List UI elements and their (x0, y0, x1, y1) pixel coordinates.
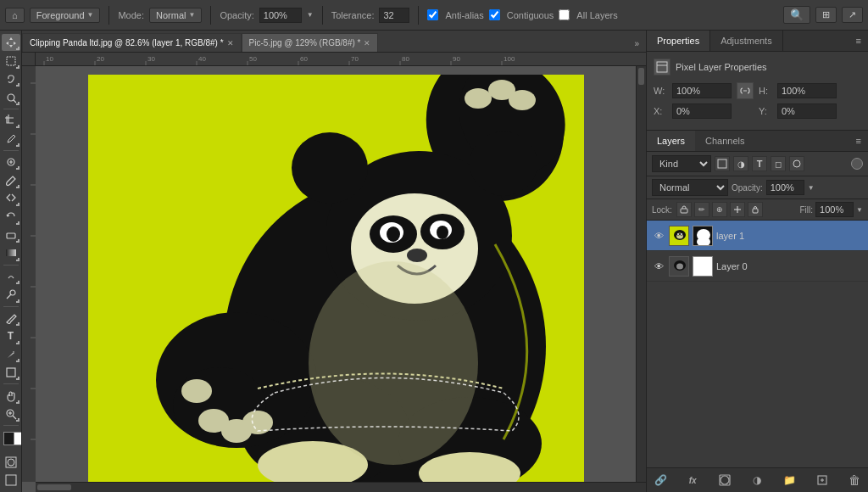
lock-all-button[interactable] (748, 202, 763, 217)
search-button[interactable]: 🔍 (783, 6, 810, 24)
foreground-selector[interactable]: Foreground ▼ (30, 8, 101, 23)
tab-close-icon[interactable]: ✕ (227, 39, 234, 48)
svg-rect-37 (22, 66, 36, 482)
tabs-bar: Clipping Panda ltd.jpg @ 82.6% (layer 1,… (22, 31, 646, 53)
filter-type-icon[interactable]: T (752, 156, 767, 171)
h-input[interactable] (777, 83, 837, 98)
spot-healing-tool[interactable] (2, 154, 20, 171)
w-input[interactable] (672, 83, 732, 98)
tab-properties[interactable]: Properties (647, 31, 710, 51)
layer-item-0[interactable]: 👁 (647, 251, 868, 282)
filter-shape-icon[interactable]: ◻ (771, 156, 786, 171)
crop-tool[interactable] (2, 112, 20, 129)
home-button[interactable]: ⌂ (5, 8, 25, 23)
arrange-docs-button[interactable]: » (627, 36, 646, 52)
filter-smart-icon[interactable] (789, 156, 804, 171)
anti-alias-checkbox[interactable] (427, 9, 438, 20)
eraser-tool[interactable] (2, 226, 20, 243)
properties-tabs: Properties Adjustments ≡ (647, 31, 868, 52)
properties-menu-icon[interactable]: ≡ (849, 31, 868, 51)
prop-x-row: X: Y: (654, 103, 861, 119)
x-input[interactable] (672, 103, 732, 119)
rectangular-marquee-tool[interactable] (2, 52, 20, 69)
lock-transparent-button[interactable] (676, 202, 692, 217)
share-button[interactable]: ↗ (842, 7, 863, 23)
screen-mode-button[interactable] (2, 472, 20, 489)
hand-tool[interactable] (2, 387, 20, 404)
lock-artboard-button[interactable]: ⊕ (712, 202, 727, 217)
lasso-tool[interactable] (2, 70, 20, 87)
svg-point-1 (8, 94, 14, 101)
y-input[interactable] (777, 103, 837, 119)
separator (322, 6, 323, 25)
svg-rect-87 (681, 209, 687, 213)
tab-layers[interactable]: Layers (647, 131, 695, 151)
history-brush-tool[interactable] (2, 208, 20, 225)
eyedropper-tool[interactable] (2, 130, 20, 147)
svg-text:40: 40 (198, 55, 206, 63)
h-scrollbar-thumb[interactable] (37, 484, 71, 490)
shape-tool[interactable] (2, 364, 20, 381)
svg-text:90: 90 (453, 55, 460, 63)
mode-selector[interactable]: Normal ▼ (149, 8, 202, 23)
svg-text:60: 60 (300, 55, 308, 63)
horizontal-scrollbar[interactable] (36, 482, 646, 492)
filter-active-indicator[interactable] (851, 158, 863, 170)
tool-corner-indicator (16, 185, 19, 188)
gradient-tool[interactable] (2, 244, 20, 261)
path-select-tool[interactable] (2, 346, 20, 363)
tolerance-input[interactable] (379, 8, 409, 23)
contiguous-checkbox[interactable] (489, 9, 500, 20)
quick-mask-button[interactable] (3, 456, 19, 469)
filter-kind-select[interactable]: Kind (652, 155, 711, 172)
svg-text:70: 70 (351, 55, 359, 63)
link-dimensions-button[interactable] (737, 82, 754, 99)
move-tool[interactable] (2, 34, 20, 51)
layer-list: 👁 (647, 221, 868, 467)
tab-adjustments[interactable]: Adjustments (710, 31, 783, 51)
tab-clipping-panda[interactable]: Clipping Panda ltd.jpg @ 82.6% (layer 1,… (22, 33, 242, 52)
tab-pic5[interactable]: Pic-5.jpg @ 129% (RGB/8#) * ✕ (242, 33, 379, 52)
vertical-scrollbar[interactable] (636, 66, 646, 482)
blend-mode-select[interactable]: Normal (652, 179, 728, 196)
brush-tool[interactable] (2, 171, 20, 188)
tab-channels[interactable]: Channels (695, 131, 754, 151)
lock-image-button[interactable]: ✏ (694, 202, 709, 217)
clone-stamp-tool[interactable] (2, 190, 20, 207)
layers-opacity-input[interactable] (766, 180, 804, 195)
dodge-tool[interactable] (2, 286, 20, 303)
svg-text:20: 20 (97, 55, 104, 63)
filter-pixel-icon[interactable] (715, 156, 730, 171)
quick-select-tool[interactable] (2, 88, 20, 105)
layer-item-1[interactable]: 👁 (647, 221, 868, 251)
new-layer-button[interactable] (814, 472, 831, 489)
arrange-button[interactable]: ⊞ (815, 7, 837, 23)
v-scrollbar-thumb[interactable] (638, 68, 644, 85)
canvas-body: 1 2 3 4 5 6 (22, 66, 646, 482)
layer-1-visibility-toggle[interactable]: 👁 (652, 229, 665, 243)
zoom-tool[interactable] (2, 405, 20, 422)
lock-position-button[interactable] (730, 202, 745, 217)
layers-menu-icon[interactable]: ≡ (849, 131, 868, 151)
layer-0-visibility-toggle[interactable]: 👁 (652, 260, 665, 273)
all-layers-checkbox[interactable] (559, 9, 570, 20)
link-layers-button[interactable]: 🔗 (652, 472, 669, 489)
top-toolbar: ⌂ Foreground ▼ Mode: Normal ▼ Opacity: ▼… (0, 0, 868, 31)
background-color-swatch[interactable] (14, 432, 23, 445)
pen-tool[interactable] (2, 310, 20, 327)
tool-separator (3, 265, 19, 266)
delete-layer-button[interactable]: 🗑 (846, 472, 863, 489)
tab-close-icon[interactable]: ✕ (364, 39, 370, 48)
add-mask-button[interactable] (716, 472, 733, 489)
svg-rect-16 (36, 53, 646, 66)
fill-input[interactable] (815, 202, 854, 217)
new-adjustment-button[interactable]: ◑ (748, 472, 765, 489)
filter-adjust-icon[interactable]: ◑ (733, 156, 748, 171)
opacity-input[interactable] (259, 8, 302, 23)
prop-header: Pixel Layer Properties (654, 59, 861, 75)
type-tool[interactable]: T (2, 327, 20, 344)
new-group-button[interactable]: 📁 (782, 472, 798, 489)
fx-button[interactable]: fx (684, 472, 701, 489)
blur-tool[interactable] (2, 268, 20, 285)
tool-corner-indicator (16, 143, 19, 147)
